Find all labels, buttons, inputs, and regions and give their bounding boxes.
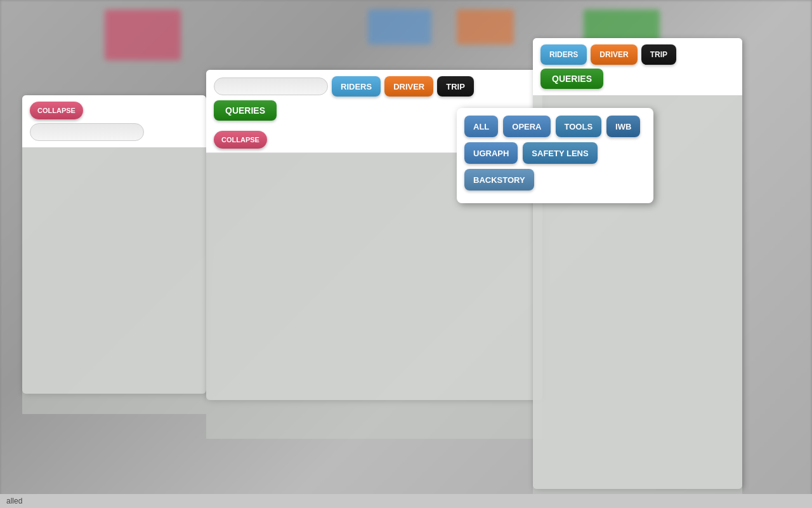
panel-1-toolbar: COLLAPSE [22,95,206,147]
panel-1-collapse-button[interactable]: COLLAPSE [30,102,83,119]
status-text: alled [6,497,22,505]
decor-blue [368,10,431,44]
dropdown-backstory-button[interactable]: BACKSTORY [464,169,534,190]
panel-3-toolbar: RIDERS DRIVER TRIP QUERIES [533,38,742,95]
dropdown-tools-button[interactable]: TOOLS [556,116,602,137]
dropdown-safety-lens-button[interactable]: SAFETY LENS [523,142,597,164]
panel-3-driver-button[interactable]: DRIVER [591,44,637,65]
decor-orange [457,10,514,44]
panel-2-queries-button[interactable]: QUERIES [214,100,277,121]
status-bar: alled [0,494,812,508]
panel-1-content [22,147,206,414]
dropdown-ugraph-button[interactable]: UGRAPH [464,142,518,164]
dropdown-all-button[interactable]: ALL [464,116,498,137]
panel-2-collapse-button[interactable]: COLLAPSE [214,131,267,149]
panel-3: RIDERS DRIVER TRIP QUERIES [533,38,742,489]
dropdown-row-1: ALL OPERA TOOLS IWB [464,116,646,137]
panel-3-queries-button[interactable]: QUERIES [540,69,603,89]
panel-3-riders-button[interactable]: RIDERS [540,44,587,65]
panel-1-search-input[interactable] [30,123,144,141]
dropdown-row-2: UGRAPH SAFETY LENS [464,142,646,164]
dropdown-row-3: BACKSTORY [464,169,646,190]
dropdown-opera-button[interactable]: OPERA [503,116,550,137]
panel-2-trip-button[interactable]: TRIP [437,76,474,97]
queries-dropdown-popup: ALL OPERA TOOLS IWB UGRAPH SAFETY LENS B… [457,108,653,203]
panel-1: COLLAPSE [22,95,206,394]
panel-2-riders-button[interactable]: RIDERS [332,76,381,97]
decor-pink [105,10,181,60]
panel-2-driver-button[interactable]: DRIVER [384,76,433,97]
dropdown-iwb-button[interactable]: IWB [606,116,640,137]
panel-3-trip-button[interactable]: TRIP [641,44,676,65]
panel-2-search-input[interactable] [214,77,328,95]
